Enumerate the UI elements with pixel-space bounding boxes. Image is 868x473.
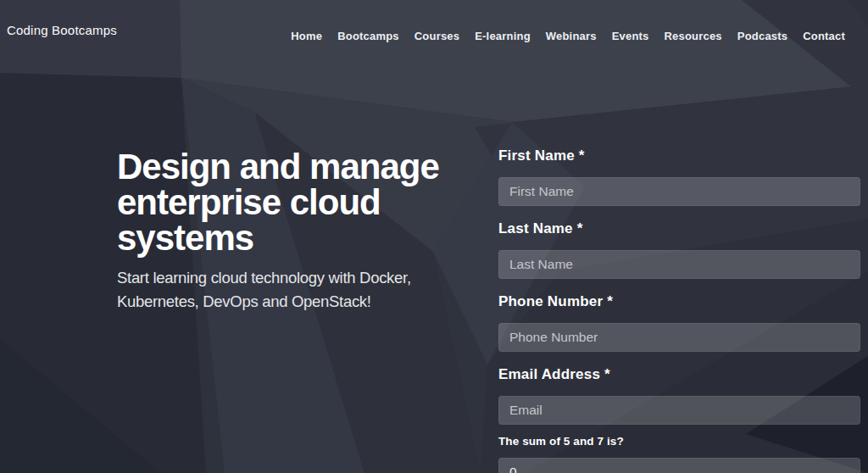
site-logo[interactable]: Coding Bootcamps — [7, 23, 117, 37]
field-last-name: Last Name * — [498, 220, 860, 279]
lead-form: First Name * Last Name * Phone Number * … — [498, 147, 860, 473]
hero-subtitle: Start learning cloud technology with Doc… — [117, 266, 435, 313]
first-name-label: First Name * — [498, 147, 860, 165]
nav-item-contact[interactable]: Contact — [803, 30, 845, 42]
field-email: Email Address * — [498, 365, 860, 425]
nav-item-webinars[interactable]: Webinars — [546, 30, 597, 42]
page: Coding Bootcamps Home Bootcamps Courses … — [0, 0, 868, 473]
hero-title: Design and manage enterprise cloud syste… — [117, 149, 456, 256]
captcha-sum-label: The sum of 5 and 7 is? — [498, 434, 860, 449]
phone-number-label: Phone Number * — [498, 292, 860, 311]
email-label: Email Address * — [498, 365, 860, 384]
field-captcha-sum: The sum of 5 and 7 is? — [498, 434, 860, 473]
hero-copy: Design and manage enterprise cloud syste… — [117, 149, 456, 313]
field-phone-number: Phone Number * — [498, 292, 860, 352]
nav-item-home[interactable]: Home — [291, 30, 322, 42]
phone-number-input[interactable] — [498, 323, 860, 352]
main-nav: Home Bootcamps Courses E-learning Webina… — [291, 30, 845, 42]
last-name-input[interactable] — [498, 250, 860, 279]
nav-item-courses[interactable]: Courses — [415, 30, 459, 42]
nav-item-events[interactable]: Events — [612, 30, 649, 42]
field-first-name: First Name * — [498, 147, 860, 206]
nav-item-podcasts[interactable]: Podcasts — [737, 30, 787, 42]
captcha-sum-input[interactable] — [498, 458, 860, 473]
last-name-label: Last Name * — [498, 220, 860, 238]
nav-item-resources[interactable]: Resources — [665, 30, 722, 42]
top-nav-bar: Coding Bootcamps Home Bootcamps Courses … — [0, 0, 868, 59]
email-input[interactable] — [498, 396, 860, 425]
nav-item-bootcamps[interactable]: Bootcamps — [337, 30, 399, 42]
first-name-input[interactable] — [498, 177, 860, 206]
nav-item-elearning[interactable]: E-learning — [475, 30, 531, 42]
